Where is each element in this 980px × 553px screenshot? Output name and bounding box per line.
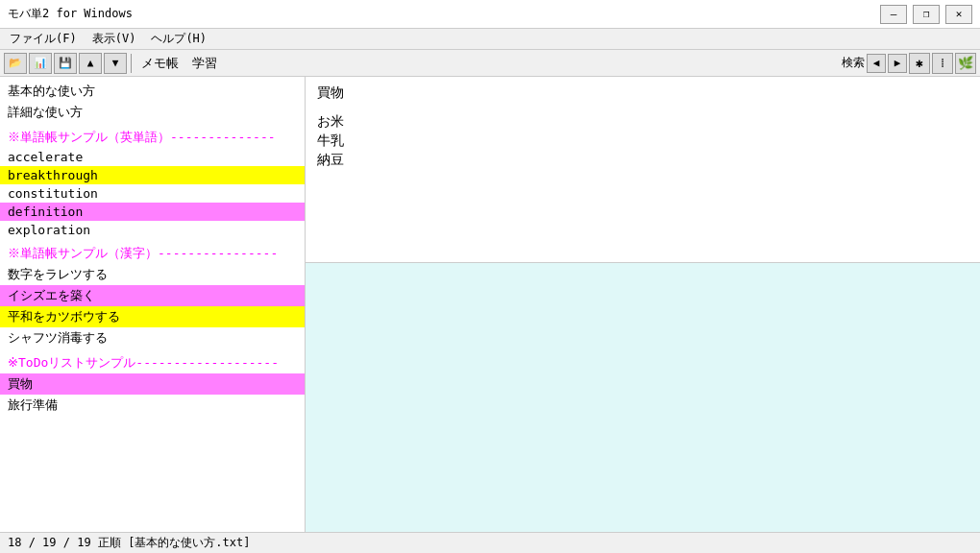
right-panel: 買物 お米牛乳納豆 [306, 77, 980, 532]
main-area: 基本的な使い方詳細な使い方※単語帳サンプル（英単語）--------------… [0, 77, 980, 532]
left-arrow-icon: ◀ [873, 57, 880, 69]
search-group: 検索 ◀ ▶ ✱ ⁞ 🌿 [842, 53, 976, 74]
asterisk-icon: ✱ [916, 56, 923, 70]
list-item[interactable]: accelerate [0, 148, 305, 166]
toolbar-separator [131, 54, 132, 73]
search-person-button[interactable]: 🌿 [955, 53, 976, 74]
right-panel-item: お米 [317, 113, 968, 131]
toolbar-save-button[interactable]: 💾 [54, 53, 77, 74]
person-icon: 🌿 [958, 56, 973, 70]
right-panel-item: 牛乳 [317, 132, 968, 150]
title-bar: モバ単2 for Windows — ❐ ✕ [0, 0, 980, 29]
toolbar-up-button[interactable]: ▲ [79, 53, 102, 74]
left-panel: 基本的な使い方詳細な使い方※単語帳サンプル（英単語）--------------… [0, 77, 306, 532]
search-label: 検索 [842, 55, 865, 71]
section-header: ※ToDoリストサンプル------------------- [0, 352, 305, 373]
right-panel-items: お米牛乳納豆 [317, 113, 968, 169]
list-item[interactable]: constitution [0, 184, 305, 203]
dots-icon: ⁞ [941, 56, 944, 70]
window-controls: — ❐ ✕ [880, 5, 972, 24]
study-label[interactable]: 学習 [186, 55, 223, 72]
list-item[interactable]: exploration [0, 221, 305, 239]
list-item[interactable]: breakthrough [0, 166, 305, 184]
toolbar-open-button[interactable]: 📂 [4, 53, 27, 74]
minimize-button[interactable]: — [880, 5, 907, 24]
right-panel-item: 納豆 [317, 152, 968, 169]
list-item[interactable]: 平和をカツボウする [0, 306, 305, 327]
status-bar: 18 / 19 / 19 正順 [基本的な使い方.txt] [0, 532, 980, 553]
item-list: 基本的な使い方詳細な使い方※単語帳サンプル（英単語）--------------… [0, 77, 305, 532]
search-dots-button[interactable]: ⁞ [932, 53, 953, 74]
search-next-button[interactable]: ▶ [888, 54, 907, 73]
right-bottom-panel [306, 263, 980, 532]
menu-help[interactable]: ヘルプ(H) [145, 30, 212, 48]
menu-file[interactable]: ファイル(F) [4, 30, 83, 48]
search-prev-button[interactable]: ◀ [867, 54, 886, 73]
list-item[interactable]: 買物 [0, 373, 305, 395]
folder-icon: 📂 [9, 57, 22, 69]
toolbar: 📂 📊 💾 ▲ ▼ メモ帳 学習 検索 ◀ ▶ ✱ ⁞ 🌿 [0, 50, 980, 77]
search-asterisk-button[interactable]: ✱ [909, 53, 930, 74]
right-panel-title: 買物 [317, 84, 968, 102]
list-item[interactable]: 旅行準備 [0, 395, 305, 416]
list-item[interactable]: イシズエを築く [0, 285, 305, 306]
toolbar-down-button[interactable]: ▼ [104, 53, 127, 74]
list-item[interactable]: 詳細な使い方 [0, 102, 305, 123]
up-icon: ▲ [87, 57, 94, 69]
menu-view[interactable]: 表示(V) [86, 30, 142, 48]
list-item[interactable]: definition [0, 203, 305, 221]
close-button[interactable]: ✕ [945, 5, 972, 24]
right-arrow-icon: ▶ [894, 57, 901, 69]
section-header: ※単語帳サンプル（漢字）---------------- [0, 243, 305, 264]
memo-label[interactable]: メモ帳 [135, 55, 184, 72]
status-text: 18 / 19 / 19 正順 [基本的な使い方.txt] [8, 535, 251, 551]
list-item[interactable]: 数字をラレツする [0, 264, 305, 285]
app-title: モバ単2 for Windows [8, 6, 133, 22]
right-top-panel: 買物 お米牛乳納豆 [306, 77, 980, 263]
save-icon: 💾 [59, 57, 72, 69]
toolbar-chart-button[interactable]: 📊 [29, 53, 52, 74]
menu-bar: ファイル(F) 表示(V) ヘルプ(H) [0, 29, 980, 50]
chart-icon: 📊 [34, 57, 47, 69]
list-item[interactable]: 基本的な使い方 [0, 81, 305, 102]
restore-button[interactable]: ❐ [913, 5, 940, 24]
down-icon: ▼ [112, 57, 119, 69]
section-header: ※単語帳サンプル（英単語）-------------- [0, 127, 305, 148]
list-item[interactable]: シャフツ消毒する [0, 327, 305, 349]
